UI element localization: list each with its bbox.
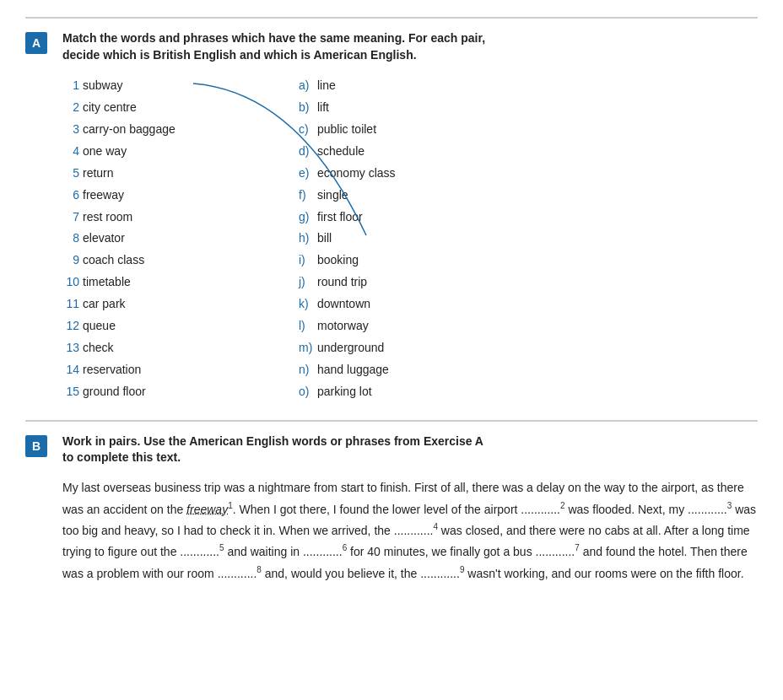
section-a-content: Match the words and phrases which have t…	[62, 30, 758, 403]
item-text: economy class	[317, 163, 396, 185]
right-list-item: e)economy class	[299, 163, 484, 185]
item-text: check	[83, 337, 114, 359]
left-list-item: 15ground floor	[62, 381, 248, 403]
item-text: rest room	[83, 207, 132, 229]
label-b: B	[25, 435, 47, 457]
exercise-b-paragraph: My last overseas business trip was a nig…	[62, 478, 758, 584]
item-number: 8	[62, 228, 79, 250]
item-letter: o)	[299, 381, 314, 403]
item-text: first floor	[317, 207, 363, 229]
item-text: hand luggage	[317, 359, 389, 381]
right-list-item: k)downtown	[299, 293, 484, 315]
left-list-item: 11car park	[62, 293, 248, 315]
item-letter: e)	[299, 163, 314, 185]
left-list-item: 4one way	[62, 141, 248, 163]
item-number: 3	[62, 119, 79, 141]
item-text: city centre	[83, 97, 137, 119]
item-number: 6	[62, 185, 79, 207]
item-letter: c)	[299, 119, 314, 141]
right-list-item: j)round trip	[299, 272, 484, 293]
item-letter: j)	[299, 272, 314, 293]
item-number: 10	[62, 272, 79, 293]
item-number: 9	[62, 250, 79, 272]
section-b: B Work in pairs. Use the American Englis…	[25, 420, 758, 584]
left-list-item: 6freeway	[62, 185, 248, 207]
item-number: 13	[62, 337, 79, 359]
right-list-item: i)booking	[299, 250, 484, 272]
right-list-item: c)public toilet	[299, 119, 484, 141]
left-list-item: 10timetable	[62, 272, 248, 293]
exercise-b-body: My last overseas business trip was a nig…	[62, 478, 758, 584]
right-list-item: o)parking lot	[299, 381, 484, 403]
right-list-item: n)hand luggage	[299, 359, 484, 381]
left-list-item: 14reservation	[62, 359, 248, 381]
right-list-item: g)first floor	[299, 207, 484, 229]
item-text: booking	[317, 250, 359, 272]
item-letter: b)	[299, 97, 314, 119]
item-text: carry-on baggage	[83, 119, 176, 141]
item-text: single	[317, 185, 348, 207]
item-text: reservation	[83, 359, 141, 381]
section-a: A Match the words and phrases which have…	[25, 17, 758, 403]
item-text: motorway	[317, 315, 369, 337]
item-number: 4	[62, 141, 79, 163]
left-list-item: 9coach class	[62, 250, 248, 272]
item-text: underground	[317, 337, 384, 359]
right-list-item: h)bill	[299, 228, 484, 250]
exercise-a-body: 1subway2city centre3carry-on baggage4one…	[62, 75, 758, 402]
item-text: queue	[83, 315, 116, 337]
section-a-label: A	[25, 30, 62, 403]
item-text: subway	[83, 75, 122, 97]
item-text: one way	[83, 141, 127, 163]
left-list: 1subway2city centre3carry-on baggage4one…	[62, 75, 248, 402]
item-text: timetable	[83, 272, 131, 293]
left-list-item: 7rest room	[62, 207, 248, 229]
item-letter: m)	[299, 337, 314, 359]
section-b-label: B	[25, 433, 62, 584]
section-b-content: Work in pairs. Use the American English …	[62, 433, 758, 584]
item-letter: h)	[299, 228, 314, 250]
item-letter: f)	[299, 185, 314, 207]
item-number: 7	[62, 207, 79, 229]
left-list-item: 5return	[62, 163, 248, 185]
right-list-item: l)motorway	[299, 315, 484, 337]
section-a-title: Match the words and phrases which have t…	[62, 30, 758, 63]
right-list-item: f)single	[299, 185, 484, 207]
item-letter: a)	[299, 75, 314, 97]
item-number: 14	[62, 359, 79, 381]
label-a: A	[25, 32, 47, 54]
item-text: round trip	[317, 272, 367, 293]
left-list-item: 2city centre	[62, 97, 248, 119]
item-text: ground floor	[83, 381, 146, 403]
item-text: return	[83, 163, 114, 185]
right-list-item: b)lift	[299, 97, 484, 119]
item-letter: d)	[299, 141, 314, 163]
right-list-item: d)schedule	[299, 141, 484, 163]
item-number: 2	[62, 97, 79, 119]
item-text: freeway	[83, 185, 124, 207]
right-list-item: m)underground	[299, 337, 484, 359]
item-number: 5	[62, 163, 79, 185]
item-text: lift	[317, 97, 329, 119]
item-text: elevator	[83, 228, 125, 250]
item-text: coach class	[83, 250, 144, 272]
left-list-item: 13check	[62, 337, 248, 359]
item-letter: l)	[299, 315, 314, 337]
left-list-item: 3carry-on baggage	[62, 119, 248, 141]
item-number: 1	[62, 75, 79, 97]
left-list-item: 8elevator	[62, 228, 248, 250]
item-letter: k)	[299, 293, 314, 315]
item-text: bill	[317, 228, 332, 250]
item-number: 15	[62, 381, 79, 403]
item-letter: n)	[299, 359, 314, 381]
item-text: parking lot	[317, 381, 372, 403]
item-number: 11	[62, 293, 79, 315]
item-letter: g)	[299, 207, 314, 229]
right-list: a)lineb)liftc)public toiletd)schedulee)e…	[299, 75, 484, 402]
left-list-item: 1subway	[62, 75, 248, 97]
item-text: car park	[83, 293, 126, 315]
item-number: 12	[62, 315, 79, 337]
item-text: downtown	[317, 293, 370, 315]
item-text: schedule	[317, 141, 364, 163]
item-text: line	[317, 75, 336, 97]
